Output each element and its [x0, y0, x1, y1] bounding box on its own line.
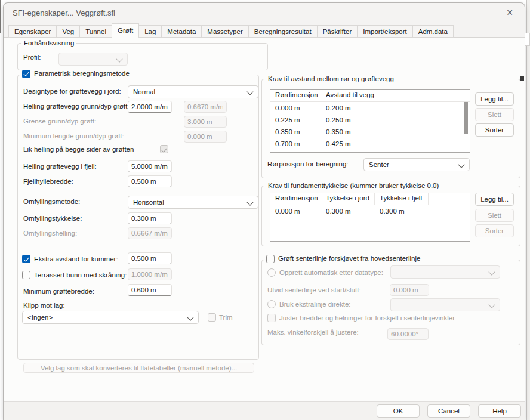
profil-label: Profil:: [23, 52, 41, 62]
close-button[interactable]: ✕: [501, 5, 519, 20]
table-row[interactable]: 0.700 m 0.425 m: [270, 138, 470, 150]
parametric-checkbox[interactable]: [22, 70, 30, 78]
extend-centerline-input: [390, 284, 429, 296]
tab-beregningsresultat[interactable]: Beregningsresultat: [248, 25, 318, 38]
ekstra-avstand-input[interactable]: [128, 252, 172, 264]
adjust-widths-label: Juster bredder og helninger for forskjel…: [279, 313, 455, 323]
chevron-down-icon: [488, 268, 495, 275]
terrassert-input: [128, 268, 172, 280]
table-row[interactable]: 0.350 m 0.350 m: [270, 126, 470, 138]
direct-extraline-radio: [267, 300, 276, 308]
helling-fjell-input[interactable]: [128, 160, 172, 172]
column-header-rordimensjon[interactable]: Rørdimensjon: [270, 193, 321, 205]
ekstra-avstand-checkbox[interactable]: [22, 255, 30, 263]
klipp-mot-lag-dropdown[interactable]: <Ingen>: [22, 311, 199, 324]
klipp-mot-lag-value: <Ingen>: [27, 314, 53, 321]
fjellhylle-label: Fjellhyllebredde:: [23, 177, 73, 186]
foundation-table[interactable]: Rørdimensjon Tykkelse i jord Tykkelse i …: [270, 193, 470, 242]
helling-jord-input[interactable]: [128, 101, 172, 113]
foundation-sort-button: Sorter: [475, 224, 514, 237]
table-row[interactable]: 0.000 m 0.200 m: [270, 102, 470, 114]
background-window-fragment: [520, 76, 524, 81]
min-groftebredde-input[interactable]: [128, 284, 172, 296]
terrassert-checkbox[interactable]: [22, 271, 30, 279]
tab-import-eksport[interactable]: Import/eksport: [357, 25, 413, 38]
cancel-button[interactable]: Cancel: [427, 404, 470, 418]
table-row[interactable]: 0.000 m 0.300 m 0.300 m: [270, 205, 470, 217]
direct-extraline-label: Bruk ekstralinje direkte:: [279, 299, 351, 309]
profil-dropdown: [58, 52, 128, 66]
terrassert-label: Terrassert bunn med skråning:: [34, 270, 127, 280]
chevron-down-icon: [246, 88, 253, 95]
column-header-tykkelse-jord[interactable]: Tykkelse i jord: [321, 193, 375, 205]
tab-tunnel[interactable]: Tunnel: [79, 25, 112, 38]
omfyllingsmetode-dropdown[interactable]: Horisontal: [128, 196, 258, 209]
background-window-right-edge: [526, 0, 530, 420]
fjellhylle-input[interactable]: [128, 175, 172, 187]
offset-group-label: Grøft senterlinje forskjøvet fra hovedse…: [278, 254, 420, 263]
close-icon: ✕: [506, 8, 513, 17]
background-window-left-edge: [0, 0, 1, 33]
distance-group-label: Krav til avstand mellom rør og grøfteveg…: [266, 75, 396, 84]
tab-groft[interactable]: Grøft: [112, 23, 139, 38]
column-header-tykkelse-fjell[interactable]: Tykkelse i fjell: [375, 193, 429, 205]
omfyllingshelling-label: Omfyllingshelling:: [23, 228, 77, 238]
title-bar: SFI-egenskaper... Veggrøft.sfi ✕: [4, 3, 525, 23]
table-row[interactable]: 1.200 m 0.500 m: [270, 150, 470, 153]
extend-centerline-label: Utvid senterlinje ved start/slutt:: [267, 285, 361, 295]
distance-add-button[interactable]: Legg til...: [475, 92, 514, 106]
tab-veg[interactable]: Veg: [56, 25, 80, 38]
distance-table[interactable]: Rørdimensjon Avstand til vegg 0.000 m 0.…: [270, 89, 470, 153]
omfyllingstykkelse-input[interactable]: [128, 212, 172, 224]
tab-admdata[interactable]: Adm.data: [412, 25, 454, 38]
helling-fjell-label: Helling grøftevegg i fjell:: [23, 162, 97, 171]
dialog-title: SFI-egenskaper... Veggrøft.sfi: [13, 8, 115, 17]
grense-label: Grense grunn/dyp grøft:: [23, 116, 96, 126]
ekstra-avstand-label: Ekstra avstand for kummer:: [34, 254, 118, 264]
tab-lag[interactable]: Lag: [138, 25, 162, 38]
omfyllingshelling-input: [128, 227, 172, 239]
min-groftebredde-label: Minimum grøftebredde:: [23, 286, 94, 296]
chevron-down-icon: [187, 314, 193, 320]
table-row[interactable]: 0.225 m 0.250 m: [270, 114, 470, 126]
ok-button[interactable]: OK: [377, 404, 420, 418]
tab-paskrifter[interactable]: Påskrifter: [317, 25, 358, 38]
distance-table-header: Rørdimensjon Avstand til vegg: [270, 90, 470, 102]
scrollbar-thumb[interactable]: [464, 102, 468, 134]
rorposisjon-label: Rørposisjon for beregning:: [267, 159, 349, 169]
trim-label: Trim: [219, 313, 233, 322]
foundation-delete-button: Slett: [475, 209, 514, 222]
designtype-dropdown[interactable]: Normal: [128, 85, 258, 98]
foundation-group-label: Krav til fundamenttykkelse (kummer bruke…: [266, 181, 441, 190]
foundation-add-button[interactable]: Legg til...: [475, 193, 514, 206]
helling-jord-label: Helling grøftevegg grunn/dyp grøft:: [23, 101, 130, 111]
background-window-fragment: [525, 33, 530, 46]
chevron-down-icon: [116, 55, 122, 62]
column-header-filler: [429, 193, 470, 205]
omfyllingstykkelse-label: Omfyllingstykkelse:: [23, 214, 82, 223]
offset-checkbox[interactable]: [266, 255, 275, 263]
convert-layers-button: Velg lag som skal konverteres til flatet…: [23, 363, 254, 373]
help-button[interactable]: Help: [478, 404, 521, 418]
lik-helling-label: Lik helling på begge sider av grøften: [23, 144, 134, 154]
max-angle-input: [387, 328, 429, 340]
direct-extraline-dropdown: [390, 298, 500, 311]
tab-egenskaper[interactable]: Egenskaper: [8, 25, 57, 38]
tab-metadata[interactable]: Metadata: [161, 25, 202, 38]
helling-jord-secondary-input: [184, 101, 227, 113]
omfyllingsmetode-label: Omfyllingsmetode:: [23, 197, 80, 206]
column-header-avstand[interactable]: Avstand til vegg: [321, 90, 377, 101]
auto-datatype-radio: [267, 268, 276, 277]
chevron-down-icon: [458, 161, 464, 168]
rorposisjon-dropdown[interactable]: Senter: [363, 158, 470, 171]
preview-group-label: Forhåndsvisning: [21, 39, 76, 48]
distance-delete-button: Slett: [475, 108, 514, 121]
chevron-down-icon: [246, 199, 253, 205]
preview-group: Forhåndsvisning: [17, 43, 268, 70]
column-header-filler: [377, 90, 470, 101]
max-angle-label: Maks. vinkelforskjell å justere:: [267, 328, 359, 337]
tab-massetyper[interactable]: Massetyper: [201, 25, 248, 38]
distance-sort-button[interactable]: Sorter: [475, 123, 514, 137]
column-header-rordimensjon[interactable]: Rørdimensjon: [270, 90, 321, 101]
grense-input: [184, 116, 227, 128]
